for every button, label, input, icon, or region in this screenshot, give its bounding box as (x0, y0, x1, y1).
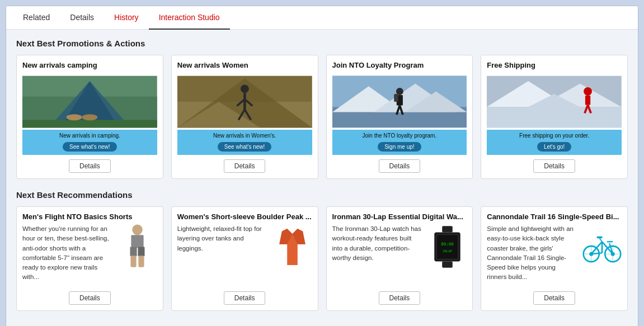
svg-rect-36 (131, 235, 144, 248)
promo-card-camping: New arrivals camping (16, 55, 163, 179)
promo-card-shipping: Free Shipping (481, 55, 628, 179)
svg-rect-24 (394, 94, 398, 102)
promo-loyalty-banner: Join the NTO loyalty program. Sign me up… (332, 130, 467, 155)
rec-bike-details-container: Details (487, 291, 622, 305)
promo-loyalty-details-container: Details (332, 159, 467, 173)
rec-card-bike: Cannondale Trail 16 Single-Speed Bi... S… (481, 206, 628, 311)
promo-camping-button[interactable]: See what's new! (63, 142, 117, 152)
promo-card-loyalty: Join NTO Loyalty Program (326, 55, 473, 179)
svg-point-11 (241, 84, 249, 93)
tab-related[interactable]: Related (13, 6, 60, 30)
tab-interaction-studio[interactable]: Interaction Studio (149, 6, 230, 30)
promo-shipping-button[interactable]: Let's go! (537, 142, 572, 152)
svg-rect-38 (138, 247, 145, 256)
recommendations-section-title: Next Best Recommendations (16, 190, 628, 200)
svg-rect-44 (442, 226, 453, 232)
rec-card-watch: Ironman 30-Lap Essential Digital Wa... T… (326, 206, 473, 311)
promo-camping-text: New arrivals in camping. (26, 133, 154, 139)
tab-history[interactable]: History (104, 6, 149, 30)
tab-details[interactable]: Details (60, 6, 104, 30)
tabs-bar: Related Details History Interaction Stud… (6, 6, 638, 30)
rec-shorts-details-btn[interactable]: Details (69, 291, 111, 305)
svg-point-22 (396, 88, 403, 95)
svg-text:30LAP: 30LAP (443, 249, 452, 252)
rec-watch-image: 00:00 30LAP (427, 224, 467, 269)
svg-rect-50 (442, 261, 453, 267)
svg-line-59 (600, 238, 602, 242)
promo-loyalty-image (332, 74, 467, 130)
rec-watch-body: The Ironman 30-Lap watch has workout-rea… (332, 224, 467, 282)
svg-rect-32 (585, 96, 590, 105)
promo-shipping-details-btn[interactable]: Details (533, 159, 575, 173)
promo-camping-image (22, 74, 157, 130)
svg-point-6 (82, 114, 97, 120)
promo-women-button[interactable]: See what's new! (218, 142, 272, 152)
promotions-section-title: Next Best Promotions & Actions (16, 39, 628, 48)
rec-watch-title: Ironman 30-Lap Essential Digital Wa... (332, 212, 467, 221)
svg-rect-40 (139, 256, 144, 267)
promo-loyalty-title: Join NTO Loyalty Program (332, 61, 467, 69)
promo-women-details-container: Details (177, 159, 312, 173)
promo-shipping-title: Free Shipping (487, 61, 622, 69)
content-area: Next Best Promotions & Actions New arriv… (6, 30, 638, 326)
promo-camping-details-btn[interactable]: Details (69, 159, 111, 173)
promo-shipping-text: Free shipping on your order. (490, 133, 618, 139)
rec-shorts-body: Whether you're running for an hour or te… (22, 224, 157, 282)
promo-shipping-image (487, 74, 622, 130)
promo-camping-title: New arrivals camping (22, 61, 157, 69)
svg-rect-4 (22, 120, 157, 127)
promo-loyalty-details-btn[interactable]: Details (379, 159, 421, 173)
svg-rect-60 (596, 237, 603, 239)
svg-line-55 (591, 242, 602, 254)
rec-bike-details-btn[interactable]: Details (533, 291, 575, 305)
promo-women-title: New arrivals Women (177, 61, 312, 69)
svg-point-5 (67, 114, 82, 120)
rec-bike-body: Simple and lightweight with an easy-to-u… (487, 224, 622, 282)
rec-card-shorts: Men's Flight NTO Basics Shorts Whether y… (16, 206, 163, 311)
rec-watch-desc: The Ironman 30-Lap watch has workout-rea… (332, 224, 422, 282)
svg-text:00:00: 00:00 (441, 241, 453, 246)
promo-loyalty-button[interactable]: Sign me up! (378, 142, 421, 152)
promo-loyalty-text: Join the NTO loyalty program. (336, 133, 464, 139)
rec-shorts-desc: Whether you're running for an hour or te… (22, 224, 112, 282)
rec-shorts-details-container: Details (22, 291, 157, 305)
promo-card-women: New arrivals Women (171, 55, 318, 179)
promo-women-text: New arrivals in Women's. (181, 133, 309, 139)
svg-point-31 (584, 87, 592, 96)
promo-camping-banner: New arrivals in camping. See what's new! (22, 130, 157, 155)
promo-women-image (177, 74, 312, 130)
promo-shipping-details-container: Details (487, 159, 622, 173)
svg-rect-37 (130, 247, 137, 256)
svg-point-35 (132, 224, 143, 235)
promotions-grid: New arrivals camping (16, 55, 628, 179)
svg-rect-47 (437, 235, 458, 259)
rec-shirt-title: Women's Short-sleeve Boulder Peak ... (177, 212, 312, 221)
rec-bike-image (582, 224, 622, 269)
rec-bike-title: Cannondale Trail 16 Single-Speed Bi... (487, 212, 622, 221)
rec-shirt-desc: Lightweight, relaxed-fit top for layerin… (177, 224, 267, 282)
promo-women-details-btn[interactable]: Details (224, 159, 266, 173)
rec-shorts-image (118, 224, 157, 269)
rec-watch-details-btn[interactable]: Details (379, 291, 421, 305)
promo-shipping-banner: Free shipping on your order. Let's go! (487, 130, 622, 155)
recommendations-grid: Men's Flight NTO Basics Shorts Whether y… (16, 206, 628, 311)
rec-shirt-details-btn[interactable]: Details (224, 291, 266, 305)
rec-shorts-title: Men's Flight NTO Basics Shorts (22, 212, 157, 221)
promo-camping-details-container: Details (22, 159, 157, 173)
rec-card-shirt: Women's Short-sleeve Boulder Peak ... Li… (171, 206, 318, 311)
svg-rect-39 (131, 256, 137, 267)
promo-women-banner: New arrivals in Women's. See what's new! (177, 130, 312, 155)
rec-shirt-details-container: Details (177, 291, 312, 305)
rec-shirt-image (273, 224, 312, 269)
rec-bike-desc: Simple and lightweight with an easy-to-u… (487, 224, 577, 282)
rec-watch-details-container: Details (332, 291, 467, 305)
main-container: Related Details History Interaction Stud… (6, 6, 638, 326)
rec-shirt-body: Lightweight, relaxed-fit top for layerin… (177, 224, 312, 282)
